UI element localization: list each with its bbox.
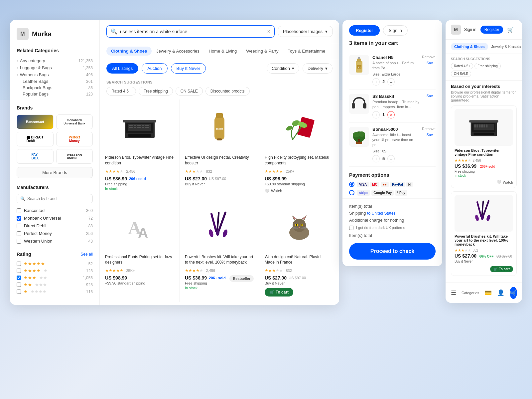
sidebar-item-popular-bags[interactable]: Popular Bags 128 [23,91,93,97]
right-product-brush[interactable]: Powerful Brushes kit. Will take your art… [451,191,517,276]
search-input[interactable] [120,29,264,34]
chip-on-sale[interactable]: ON SALE [176,87,203,96]
brand-monobank[interactable]: monobankUniversal Bank [56,114,93,129]
right-signin-link[interactable]: Sign in [464,27,476,32]
to-cart-button-6[interactable]: 🛒 To cart [265,288,293,297]
payment-icon[interactable]: 💳 [484,289,492,297]
buy-it-never-button[interactable]: Buy It Never [171,63,206,74]
product-stars-row-2: ★★★★★ 832 [185,168,254,174]
tab-weeding[interactable]: Weeding & Party [241,47,283,56]
search-brand-input[interactable] [27,196,89,201]
qty-decrease-button[interactable]: + [372,111,380,118]
rating-4-stars[interactable]: ★★★★★ 128 [17,267,93,274]
bottom-cart-button[interactable]: 🛒 [510,287,517,299]
cart-register-button[interactable]: Register [349,25,380,36]
tab-clothing-shoes[interactable]: Clothing & Shoes [106,47,152,56]
watch-button-3[interactable]: 🤍 Watch [265,189,333,193]
product-card-6[interactable]: Web design cat! Natural. Playful. Made i… [259,199,339,302]
brand-direct[interactable]: ⬤ DIRECTDebit [17,132,54,146]
rating-checkbox-3[interactable] [17,276,21,280]
product-card-1[interactable]: Piderson Bros. Typewriter vintage Fine c… [100,100,180,199]
mfr-checkbox-bancontact[interactable] [17,208,21,213]
product-card-3[interactable]: High Fidelity protoyping set. Material c… [259,100,339,199]
right-cat-clothing[interactable]: Clothing & Shoes [451,43,488,50]
tab-toys[interactable]: Toys & Entertainme [283,47,330,56]
see-all-button[interactable]: See all [80,252,93,257]
user-icon[interactable]: 👤 [497,289,504,297]
mfr-checkbox-monbank[interactable] [17,216,21,221]
shipping-dest-link[interactable]: to United States [367,211,395,216]
rating-checkbox-2[interactable] [17,283,21,287]
brand-paybox[interactable]: PAYBOX [17,149,54,164]
chip-free-shipping[interactable]: Free shipping [139,87,173,96]
rating-checkbox-1[interactable] [17,290,21,294]
sidebar-item-luggage[interactable]: ‹ Luggage & Bags 1,258 [17,64,93,71]
qty-increase-button[interactable]: – [387,155,395,162]
delivery-dropdown[interactable]: Delivery ▾ [303,63,332,74]
dark-pattern-checkbox[interactable] [349,226,353,230]
save-link[interactable]: Sav... [427,133,436,137]
mfr-item-bancontact[interactable]: Bancontact 360 [17,207,93,214]
remove-link[interactable]: Remove [422,55,436,59]
brand-western-union[interactable]: WESTERNUNION [56,149,93,164]
product-card-4[interactable]: A A Professional Fonts Pairing set for l… [100,199,180,302]
mfr-item-perfect-money[interactable]: Perfect Money 256 [17,230,93,237]
save-link[interactable]: Sav... [427,61,436,65]
save-link[interactable]: Sav... [427,94,436,98]
tab-home-living[interactable]: Home & Living [204,47,242,56]
product-card-5[interactable]: Powerful Brushes kit. Will take your art… [180,199,259,302]
brand-bancontact[interactable]: Bancontact [17,114,54,129]
brand-perfect-money[interactable]: PerfectMoney [56,132,93,146]
right-product-actions-1: 🤍 Watch [455,180,513,184]
payment-radio-cards[interactable] [349,182,354,187]
condition-dropdown[interactable]: Condition ▾ [267,63,299,74]
rating-checkbox-4[interactable] [17,269,21,273]
right-chip-rated[interactable]: Rated 4.5+ [451,63,473,69]
clear-button[interactable]: × [267,29,270,35]
rating-checkbox-5[interactable] [17,262,21,266]
right-watch-button-1[interactable]: 🤍 Watch [497,180,513,184]
auction-button[interactable]: Auction [142,63,167,74]
remove-link[interactable]: Remove [422,127,436,131]
more-brands-button[interactable]: More Brands [17,167,93,178]
payment-radio-digital[interactable] [349,190,354,195]
chip-rated[interactable]: Rated 4.5+ [106,87,136,96]
tab-jewelry[interactable]: Jewelry & Accessories [152,47,204,56]
sidebar-item-backpack-bags[interactable]: Backpack Bags 86 [23,85,93,91]
mfr-item-direct[interactable]: Direct Debil 88 [17,222,93,230]
filter-dropdown[interactable]: Placehonder Images ▾ [278,26,332,37]
product-card-2[interactable]: mate Effective UI design nectar. Creativ… [180,100,259,199]
search-input-wrap[interactable]: 🔍 × [106,25,275,38]
right-to-cart-button-2[interactable]: 🛒 To cart [490,266,513,272]
rating-2-stars[interactable]: ★★★★★ 928 [17,281,93,288]
right-chip-sale[interactable]: ON SALE [451,71,471,77]
all-listings-button[interactable]: All Listings [106,63,138,74]
right-cart-icon[interactable]: 🛒 [507,27,514,33]
sidebar-item-leather-bags[interactable]: Leather Bags 361 [23,78,93,85]
qty-delete-button[interactable]: × [387,111,395,118]
right-register-button[interactable]: Register [480,26,503,34]
brand-search-box[interactable]: 🔍 [17,194,93,203]
right-chip-shipping[interactable]: Free shipping [474,63,501,69]
mfr-checkbox-wu[interactable] [17,239,21,244]
rating-3-stars[interactable]: ★★★★★ 1,056 [17,274,93,281]
qty-decrease-button[interactable]: + [372,155,380,162]
mfr-checkbox-perfect[interactable] [17,231,21,236]
sidebar-item-womens-bags[interactable]: ‹ Women's Bags 496 [17,71,93,78]
product-stars-row-3: ★★★★★ 25K+ [265,168,333,174]
svg-rect-76 [481,126,483,128]
qty-increase-button[interactable]: – [387,78,395,86]
qty-decrease-button[interactable]: + [372,78,380,86]
mfr-item-monbank[interactable]: Monbank Universal 72 [17,214,93,222]
mfr-item-western-union[interactable]: Western Union 48 [17,237,93,245]
cart-signin-button[interactable]: Sign in [383,25,408,36]
sidebar-item-any-category[interactable]: ‹ Any category 121,358 [17,57,93,64]
right-cat-jewelry[interactable]: Jewelry & Krasota [488,43,522,50]
proceed-to-checkout-button[interactable]: Proceed to check [349,243,436,260]
chip-discounted[interactable]: Discounted prodcts [205,87,250,96]
right-product-typewriter[interactable]: Piderson Bros. Typewriter vintage Fine c… [451,105,517,188]
mfr-checkbox-direct[interactable] [17,224,21,228]
rating-5-stars[interactable]: ★★★★★ 52 [17,260,93,267]
menu-icon[interactable]: ☰ [451,289,456,297]
rating-1-star[interactable]: ★★★★★ 116 [17,288,93,295]
